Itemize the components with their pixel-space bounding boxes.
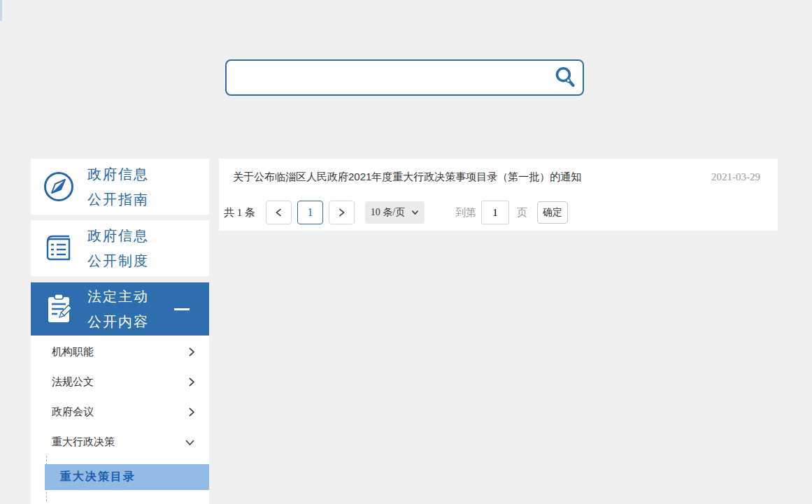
submenu-item-label: 重大决策目录 <box>60 470 136 484</box>
goto-confirm-button[interactable]: 确定 <box>537 201 568 224</box>
search-button[interactable] <box>552 64 578 91</box>
pagination-prev-button[interactable] <box>266 201 292 224</box>
chevron-down-icon <box>411 210 419 215</box>
goto-label: 到第 <box>455 206 476 219</box>
submenu-item-gov-meetings[interactable]: 政府会议 <box>31 397 209 427</box>
submenu-item-major-decisions[interactable]: 重大行政决策 <box>31 427 209 457</box>
search-magnifier-key-icon <box>553 66 577 89</box>
sidebar-item-label: 政府信息 公开制度 <box>87 223 149 273</box>
pagination-next-button[interactable] <box>329 201 355 224</box>
page-root: 政府信息 公开指南 政府信息 公开制度 <box>0 0 812 504</box>
list-item-date: 2021-03-29 <box>711 171 760 183</box>
submenu-item-label: 机构职能 <box>52 345 94 359</box>
sidebar-item-statutory-disclosure[interactable]: 法定主动 公开内容 <box>31 282 209 336</box>
list-item-title[interactable]: 关于公布临淄区人民政府2021年度重大行政决策事项目录（第一批）的通知 <box>233 171 581 184</box>
scroll-edge-decoration <box>0 0 2 21</box>
pagination: 共 1 条 1 10 条/页 到第 页 确定 <box>219 201 778 224</box>
chevron-right-icon <box>338 208 346 217</box>
search-input[interactable] <box>227 61 583 94</box>
page-size-value: 10 条/页 <box>371 206 405 219</box>
submenu-item-major-decision-catalog-active[interactable]: 重大决策目录 <box>45 464 209 490</box>
sidebar-item-disclosure-guide[interactable]: 政府信息 公开指南 <box>31 159 209 215</box>
pagination-total: 共 1 条 <box>224 206 255 219</box>
submenu-item-label: 政府会议 <box>52 405 94 419</box>
pagination-page-1-button[interactable]: 1 <box>297 201 323 224</box>
chevron-down-icon <box>185 439 195 446</box>
sidebar: 政府信息 公开指南 政府信息 公开制度 <box>31 159 209 504</box>
minus-icon <box>174 308 190 310</box>
page-size-select[interactable]: 10 条/页 <box>365 201 425 224</box>
submenu-item-org-functions[interactable]: 机构职能 <box>31 337 209 367</box>
submenu-item-regulations[interactable]: 法规公文 <box>31 367 209 397</box>
chevron-left-icon <box>275 208 283 217</box>
notebook-icon <box>41 230 77 266</box>
submenu-item-label: 法规公文 <box>52 375 94 389</box>
chevron-right-icon <box>188 407 195 417</box>
goto-unit: 页 <box>517 206 527 219</box>
submenu-item-label: 重大行政决策 <box>52 435 115 449</box>
compass-icon <box>41 168 77 205</box>
sidebar-item-label: 政府信息 公开指南 <box>87 161 149 212</box>
chevron-right-icon <box>188 347 195 357</box>
goto-page-input[interactable] <box>481 201 509 224</box>
clipboard-pencil-icon <box>41 291 77 327</box>
content-panel: 关于公布临淄区人民政府2021年度重大行政决策事项目录（第一批）的通知 2021… <box>219 159 778 231</box>
sidebar-submenu: 机构职能 法规公文 政府会议 重大行政决策 <box>31 336 209 504</box>
sidebar-item-label: 法定主动 公开内容 <box>87 284 149 334</box>
chevron-right-icon <box>188 377 195 387</box>
list-item: 关于公布临淄区人民政府2021年度重大行政决策事项目录（第一批）的通知 2021… <box>219 159 778 184</box>
search-box <box>225 59 584 96</box>
sidebar-item-disclosure-system[interactable]: 政府信息 公开制度 <box>31 220 209 276</box>
